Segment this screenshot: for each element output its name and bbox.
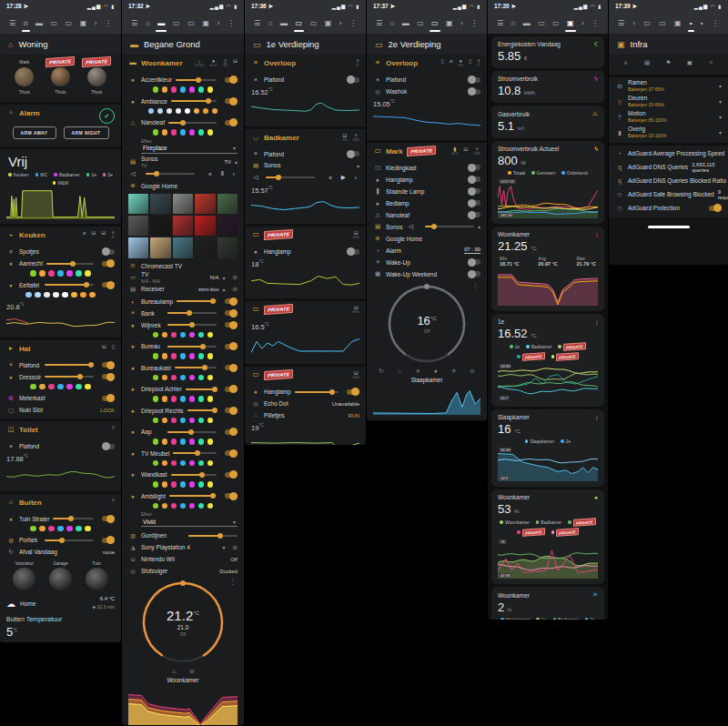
toggle-switch[interactable] [225,120,238,126]
legend-item[interactable]: Woonkamer [500,617,530,620]
entity-value[interactable]: LOCK [100,408,115,413]
toggle-switch[interactable] [468,77,480,83]
person[interactable]: PRIVATEThuis [79,58,115,96]
color-dot[interactable] [153,481,159,488]
color-dot[interactable] [148,108,155,115]
color-dot[interactable] [180,481,187,488]
toggle-switch[interactable] [468,176,480,182]
next-icon[interactable]: › [352,175,359,181]
color-dot[interactable] [180,353,187,359]
color-dot[interactable] [207,332,214,338]
color-dot[interactable] [198,86,205,93]
color-dot[interactable] [180,332,187,338]
thermostat-dial[interactable]: 21.2°C21.0Off [139,579,227,666]
box-icon[interactable]: ▣ [685,59,694,66]
color-dot[interactable] [180,375,187,381]
tab-next[interactable]: › [94,17,98,29]
tab-menu[interactable]: ☰ [496,17,504,29]
color-dot[interactable] [30,270,36,277]
slider-knob[interactable] [68,516,74,521]
color-dot[interactable] [189,375,196,381]
chevron-down-icon[interactable]: ▾ [357,163,359,169]
tab-grid[interactable]: ▣ [445,17,454,29]
slider-knob[interactable] [212,408,217,413]
color-dot[interactable] [162,396,168,402]
color-dot[interactable] [212,108,218,115]
tab-home[interactable]: ⌂ [23,17,29,29]
color-dot[interactable] [207,353,214,359]
album-art[interactable] [150,194,170,214]
legend-item[interactable]: PRIVATE [551,353,579,360]
color-dot[interactable] [53,292,59,298]
brightness-slider[interactable] [187,409,217,411]
album-art[interactable] [217,237,238,257]
slider-knob[interactable] [196,77,201,83]
tab-boxa[interactable]: • [689,17,693,29]
slider-knob[interactable] [212,387,217,392]
toggle-switch[interactable] [102,396,115,401]
tab-bed2[interactable]: ▭ [309,17,318,29]
color-dot[interactable] [76,270,82,277]
brightness-slider[interactable] [186,388,217,390]
entity-value[interactable]: RUN [348,413,359,418]
prev-icon[interactable]: « [206,171,215,177]
album-art[interactable] [195,216,215,236]
brightness-slider[interactable] [295,391,339,393]
toggle-switch[interactable] [347,249,359,255]
toggle-switch[interactable] [347,77,359,83]
album-art[interactable] [173,216,193,236]
shieldok-icon[interactable]: ✔ [99,108,115,124]
color-dot[interactable] [189,332,196,338]
entity-value[interactable]: none [103,550,115,555]
tab-sofa[interactable]: ▬ [279,17,288,29]
brightness-slider[interactable] [175,367,217,368]
home-indicator-bar[interactable] [648,226,690,228]
brightness-slider[interactable] [45,284,94,286]
brightness-slider[interactable] [146,173,195,175]
entity-value[interactable]: Off [230,557,238,562]
slider-knob[interactable] [276,175,281,180]
color-dot[interactable] [171,418,177,424]
slider-knob[interactable] [59,538,65,543]
legend-item[interactable]: PRIVATE [551,529,579,536]
legend-item[interactable]: Badkamer [526,344,551,349]
color-dot[interactable] [89,292,96,298]
power-icon[interactable]: ⊙ [233,544,238,551]
color-dot[interactable] [198,418,205,424]
tab-bed[interactable]: ▭ [172,17,181,29]
color-dot[interactable] [39,384,46,390]
toggle-switch[interactable] [225,450,238,456]
legend-item[interactable]: Badkamer [54,172,79,177]
color-dot[interactable] [157,108,164,115]
color-dot[interactable] [76,384,82,390]
color-dot[interactable] [35,292,41,298]
slider-knob[interactable] [217,533,223,539]
camera-thumb[interactable] [13,568,35,590]
color-dot[interactable] [189,353,196,359]
kebab-icon[interactable]: ⋮ [229,579,236,586]
color-dot[interactable] [57,526,64,532]
color-dot[interactable] [180,86,187,93]
chevron-down-icon[interactable]: ▾ [719,83,722,89]
tab-kebab[interactable]: ⋮ [591,17,600,29]
tab-menu[interactable]: ☰ [130,17,138,29]
color-dot[interactable] [207,481,214,488]
toggle-switch[interactable] [709,206,722,211]
slider-knob[interactable] [199,472,205,478]
color-dot[interactable] [66,526,73,532]
color-dot[interactable] [25,292,32,298]
brightness-slider[interactable] [53,518,94,519]
slider-knob[interactable] [77,374,83,379]
camera-thumb[interactable] [86,568,108,590]
color-dot[interactable] [198,353,205,359]
tab-menu[interactable]: ☰ [8,17,16,29]
color-dot[interactable] [180,439,187,445]
brightness-slider[interactable] [45,364,94,366]
toggle-switch[interactable] [225,472,238,478]
tab-grid[interactable]: ▣ [79,17,88,29]
brightness-slider[interactable] [167,346,217,348]
album-art[interactable] [128,237,148,257]
tab-grid[interactable]: ▣ [566,17,575,29]
tab-bed2[interactable]: ▭ [187,17,196,29]
color-dot[interactable] [153,503,159,509]
